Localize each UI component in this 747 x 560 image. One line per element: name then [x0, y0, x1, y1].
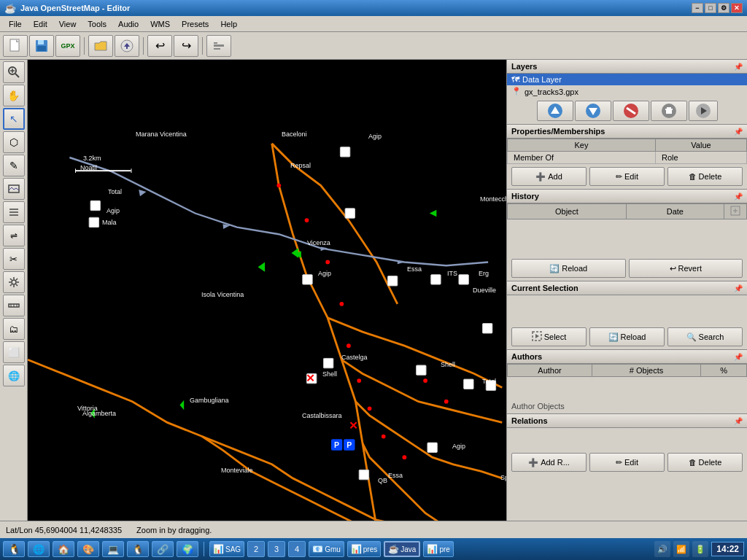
zoom-tool[interactable] — [3, 61, 25, 83]
globe-tool[interactable]: 🌐 — [3, 365, 25, 386]
redo-button[interactable]: ↪ — [174, 35, 198, 57]
open-button[interactable] — [88, 35, 113, 57]
menu-help[interactable]: Help — [214, 18, 243, 30]
select-button[interactable]: Select — [511, 327, 587, 346]
history-revert-button[interactable]: ↩ Revert — [629, 259, 743, 278]
add-tool[interactable]: ✎ — [3, 155, 25, 176]
menu-view[interactable]: View — [53, 18, 82, 30]
layer-more-button[interactable] — [689, 101, 718, 121]
taskbar-sag[interactable]: 📊SAG — [209, 541, 244, 557]
measure-tool[interactable] — [3, 295, 25, 316]
reload-label: Reload — [562, 264, 587, 273]
tray-battery[interactable]: 🔋 — [692, 541, 708, 557]
settings-button[interactable]: ⚙ — [718, 3, 729, 13]
role-label: Role — [656, 152, 747, 164]
taskbar-java[interactable]: ☕Java — [384, 541, 420, 557]
relation-delete-button[interactable]: 🗑 Delete — [667, 453, 743, 472]
folder-tool[interactable]: 🗂 — [3, 318, 25, 340]
layers-header: Layers 📌 — [507, 60, 747, 74]
taskbar-home[interactable]: 🏠 — [53, 541, 74, 557]
menu-wms[interactable]: WMS — [144, 18, 176, 30]
taskbar-paint[interactable]: 🎨 — [77, 541, 99, 557]
taskbar-penguin[interactable]: 🐧 — [127, 541, 149, 557]
svg-rect-50 — [459, 275, 468, 284]
svg-rect-46 — [89, 217, 98, 227]
selection-title: Current Selection — [511, 284, 578, 292]
layer-delete-button[interactable] — [651, 101, 687, 121]
relations-pin[interactable]: 📌 — [734, 417, 743, 425]
preferences-button[interactable] — [206, 35, 231, 57]
selection-reload-button[interactable]: 🔄 Reload — [589, 327, 665, 346]
hand-tool[interactable]: ✋ — [3, 85, 25, 106]
select-tool[interactable]: ↖ — [3, 108, 25, 130]
taskbar-3[interactable]: 3 — [268, 541, 285, 557]
taskbar-gmu[interactable]: 📧Gmu — [309, 541, 344, 557]
svg-rect-56 — [486, 381, 495, 390]
tray-network[interactable]: 📶 — [673, 541, 689, 557]
save-button[interactable] — [29, 35, 54, 57]
properties-actions: ➕ Add ✏ Edit 🗑 Delete — [507, 164, 747, 189]
relation-edit-button[interactable]: ✏ Edit — [589, 453, 665, 472]
cut-tool[interactable]: ✂ — [3, 248, 25, 270]
taskbar-link[interactable]: 🔗 — [152, 541, 174, 557]
tray-volume[interactable]: 🔊 — [654, 541, 670, 557]
taskbar-pres1[interactable]: 📊pres — [347, 541, 381, 557]
gpx-button[interactable]: GPX — [55, 35, 80, 57]
authors-pin[interactable]: 📌 — [734, 353, 743, 361]
search-button[interactable]: 🔍 Search — [667, 327, 743, 346]
menu-edit[interactable]: Edit — [28, 18, 53, 30]
layer-gpx[interactable]: 📍 gx_tracks3.gpx — [507, 85, 747, 98]
minimize-button[interactable]: − — [692, 3, 703, 13]
authors-table: Author # Objects % — [507, 364, 747, 377]
taskbar-files[interactable]: 💻 — [102, 541, 124, 557]
list-tool[interactable] — [3, 201, 25, 223]
image-tool[interactable] — [3, 178, 25, 200]
layers-pin[interactable]: 📌 — [734, 63, 743, 71]
taskbar-browser[interactable]: 🌐 — [28, 541, 50, 557]
upload-button[interactable] — [115, 35, 139, 57]
selection-pin[interactable]: 📌 — [734, 284, 743, 292]
taskbar-4[interactable]: 4 — [288, 541, 306, 557]
menu-presets[interactable]: Presets — [176, 18, 214, 30]
edit-button[interactable]: ✏ Edit — [589, 167, 665, 186]
menu-file[interactable]: File — [3, 18, 28, 30]
delete-button[interactable]: 🗑 Delete — [667, 167, 743, 186]
svg-point-16 — [12, 280, 16, 284]
taskbar-2[interactable]: 2 — [247, 541, 265, 557]
taskbar-pres2[interactable]: 📊pre — [423, 541, 453, 557]
member-of-label: Member Of — [508, 152, 656, 164]
undo-button[interactable]: ↩ — [147, 35, 172, 57]
menu-bar: File Edit View Tools Audio WMS Presets H… — [0, 16, 747, 32]
history-header: History 📌 — [507, 190, 747, 203]
node-tool[interactable]: ⬡ — [3, 131, 25, 153]
svg-point-24 — [325, 260, 330, 265]
svg-rect-47 — [303, 275, 312, 284]
close-button[interactable]: ✕ — [731, 3, 743, 13]
menu-tools[interactable]: Tools — [82, 18, 112, 30]
add-r-icon: ➕ — [528, 458, 538, 467]
new-button[interactable] — [3, 35, 28, 57]
add-relation-button[interactable]: ➕ Add R... — [511, 453, 587, 472]
start-button[interactable]: 🐧 — [3, 541, 25, 557]
properties-pin[interactable]: 📌 — [734, 128, 743, 136]
history-pin[interactable]: 📌 — [734, 192, 743, 201]
layer-up-button[interactable] — [537, 101, 573, 121]
layer-toggle-button[interactable] — [613, 101, 649, 121]
add-button[interactable]: ➕ Add — [511, 167, 587, 186]
delete-label: Delete — [699, 172, 722, 181]
history-reload-button[interactable]: 🔄 Reload — [511, 259, 626, 278]
layer-data[interactable]: 🗺 Data Layer — [507, 74, 747, 85]
map-area[interactable]: P P ✕ ✕ — [28, 60, 506, 542]
coordinates: Lat/Lon 45,6904004 11,4248335 — [6, 526, 122, 534]
menu-audio[interactable]: Audio — [112, 18, 144, 30]
svg-rect-43 — [340, 147, 349, 157]
maximize-button[interactable]: □ — [705, 3, 716, 13]
author-objects-label: Author Objects — [507, 399, 747, 413]
layer-down-button[interactable] — [575, 101, 611, 121]
selection-actions: Select 🔄 Reload 🔍 Search — [507, 324, 747, 349]
taskbar: 🐧 🌐 🏠 🎨 💻 🐧 🔗 🌍 📊SAG 2 3 4 📧Gmu 📊pres ☕J… — [0, 538, 747, 560]
settings-tool[interactable] — [3, 271, 25, 293]
taskbar-globe[interactable]: 🌍 — [177, 541, 198, 557]
merge-tool[interactable]: ⇌ — [3, 225, 25, 246]
box-tool[interactable]: ⬜ — [3, 341, 25, 363]
